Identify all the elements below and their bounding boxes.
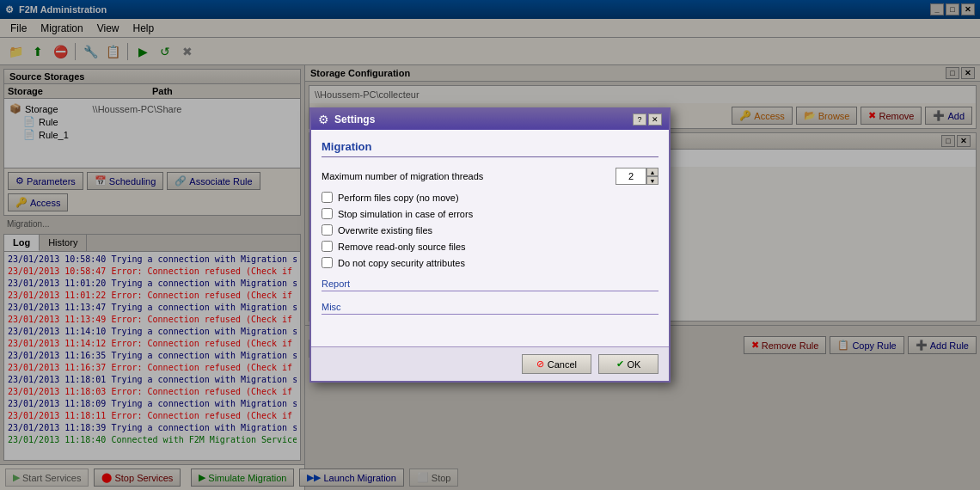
ok-button[interactable]: ✔ OK [598,354,658,374]
report-section-header: Report [322,279,658,291]
dialog-close-btn[interactable]: ✕ [648,113,662,126]
stop-simulation-checkbox[interactable] [322,208,333,219]
checkbox-overwrite: Overwrite existing files [322,224,658,236]
no-security-label[interactable]: Do not copy security attributes [338,258,465,268]
remove-readonly-label[interactable]: Remove read-only source files [338,242,466,252]
stop-simulation-label[interactable]: Stop simulation in case of errors [338,209,473,219]
overwrite-checkbox[interactable] [322,224,333,236]
dialog-footer: ⊘ Cancel ✔ OK [311,346,669,381]
misc-section-header: Misc [322,302,658,315]
max-threads-input[interactable]: 2 [616,168,646,185]
migration-section-header: Migration [322,140,658,157]
cancel-icon: ⊘ [536,358,544,370]
spinbox-up[interactable]: ▲ [646,168,658,176]
max-threads-row: Maximum number of migration threads 2 ▲ … [322,168,658,185]
dialog-overlay: ⚙ Settings ? ✕ Migration Maximum number … [0,0,980,490]
dialog-title-bar: ⚙ Settings ? ✕ [311,109,669,130]
cancel-button[interactable]: ⊘ Cancel [522,354,591,374]
max-threads-spinbox: 2 ▲ ▼ [616,168,658,185]
spinbox-buttons: ▲ ▼ [646,168,658,185]
checkbox-no-security: Do not copy security attributes [322,257,658,268]
ok-label: OK [628,359,641,370]
files-copy-checkbox[interactable] [322,192,333,203]
cancel-label: Cancel [548,359,577,370]
checkbox-files-copy: Perform files copy (no move) [322,192,658,203]
overwrite-label[interactable]: Overwrite existing files [338,225,432,236]
no-security-checkbox[interactable] [322,257,333,268]
settings-dialog: ⚙ Settings ? ✕ Migration Maximum number … [309,107,671,383]
ok-icon: ✔ [616,358,624,370]
files-copy-label[interactable]: Perform files copy (no move) [338,193,459,203]
max-threads-label: Maximum number of migration threads [322,171,616,181]
dialog-settings-icon: ⚙ [318,113,329,126]
dialog-title: Settings [334,113,628,126]
spinbox-down[interactable]: ▼ [646,176,658,185]
checkbox-stop-simulation: Stop simulation in case of errors [322,208,658,219]
checkbox-remove-readonly: Remove read-only source files [322,241,658,252]
dialog-body: Migration Maximum number of migration th… [311,130,669,346]
remove-readonly-checkbox[interactable] [322,241,333,252]
dialog-title-controls: ? ✕ [633,113,662,126]
dialog-help-btn[interactable]: ? [633,113,646,126]
